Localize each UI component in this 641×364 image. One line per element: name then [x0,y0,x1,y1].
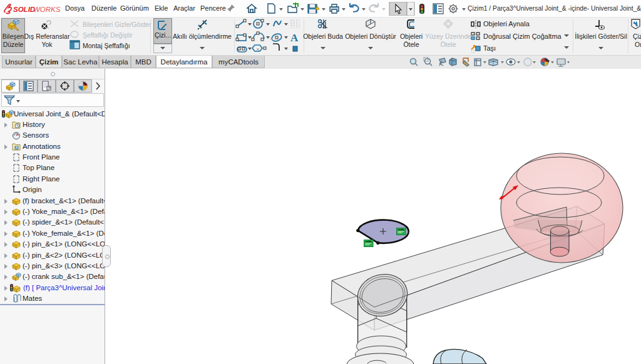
svg-text:WORKS: WORKS [33,6,61,13]
svg-text:A: A [16,146,18,149]
svg-text:SOLID: SOLID [13,6,35,13]
svg-text:A: A [290,32,299,44]
